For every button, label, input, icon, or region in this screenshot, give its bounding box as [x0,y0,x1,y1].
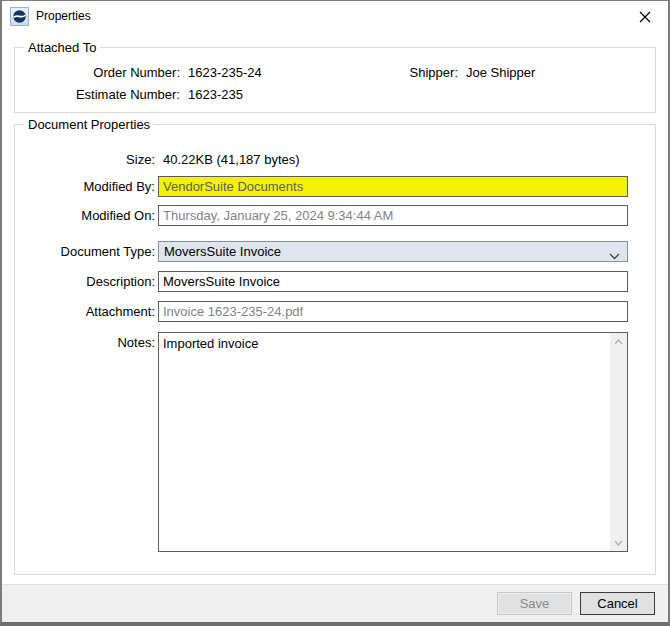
description-label: Description: [15,274,155,290]
notes-field-frame: Imported invoice [158,332,628,552]
attachment-label: Attachment: [15,304,155,320]
attached-to-title: Attached To [24,40,100,55]
document-type-selected-value: MoversSuite Invoice [164,244,281,259]
shipper-label: Shipper: [358,65,458,81]
modified-on-field [158,205,628,226]
chevron-down-icon [609,248,620,263]
close-button[interactable] [628,4,662,30]
notes-textarea[interactable]: Imported invoice [159,333,611,551]
scroll-down-button[interactable] [610,534,627,551]
estimate-number-label: Estimate Number: [15,87,180,103]
app-logo-icon [10,7,29,26]
size-value: 40.22KB (41,187 bytes) [163,152,300,168]
description-field[interactable] [158,271,628,292]
document-type-label: Document Type: [15,244,155,260]
close-icon [639,11,651,23]
estimate-number-value: 1623-235 [188,87,243,103]
chevron-up-icon [614,339,623,345]
modified-on-label: Modified On: [15,208,155,224]
title-bar: Properties [2,1,668,32]
chevron-down-icon [614,540,623,546]
attached-to-group: Attached To Order Number: 1623-235-24 Sh… [14,47,656,113]
button-bar: Save Cancel [2,584,668,622]
shipper-value: Joe Shipper [466,65,535,81]
order-number-value: 1623-235-24 [188,65,262,81]
save-button[interactable]: Save [497,592,572,615]
notes-scrollbar[interactable] [610,333,627,551]
modified-by-field[interactable] [158,176,628,197]
notes-label: Notes: [15,335,155,351]
order-number-label: Order Number: [15,65,180,81]
modified-by-label: Modified By: [15,179,155,195]
document-type-dropdown[interactable]: MoversSuite Invoice [158,241,628,262]
properties-dialog: Properties Attached To Order Number: 162… [0,0,670,626]
window-title: Properties [36,1,91,32]
attachment-field [158,301,628,322]
document-properties-title: Document Properties [24,117,154,132]
scroll-up-button[interactable] [610,333,627,350]
document-properties-group: Document Properties Size: 40.22KB (41,18… [14,124,656,575]
size-label: Size: [15,152,155,168]
cancel-button[interactable]: Cancel [580,592,655,615]
